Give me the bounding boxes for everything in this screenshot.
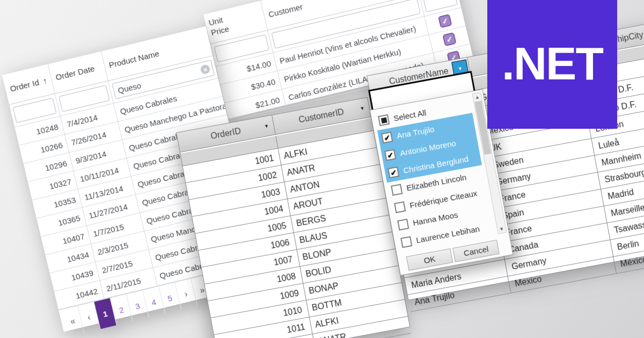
row-checkbox-checked-icon[interactable]: ✓ [442, 32, 457, 47]
filter-item-checkbox[interactable]: ✔ [397, 219, 409, 231]
row-checkbox-checked-icon[interactable]: ✓ [438, 14, 452, 28]
filter-item-checkbox[interactable]: ✔ [400, 236, 412, 248]
filter-item-checkbox[interactable]: ✔ [384, 149, 396, 161]
dotnet-logo: .NET [487, 0, 617, 129]
filter-item-checkbox[interactable]: ✔ [381, 131, 393, 143]
scroll-up-icon[interactable]: ▲ [473, 94, 482, 101]
filter-dropdown-icon[interactable]: ▼ [360, 105, 365, 111]
clear-filter-icon[interactable]: × [200, 64, 210, 75]
filter-item-checkbox[interactable]: ✔ [394, 201, 406, 213]
sort-ascending-icon: ↑ [42, 76, 48, 85]
dotnet-logo-text: .NET [502, 37, 603, 90]
scroll-down-icon[interactable]: ▼ [497, 226, 507, 233]
filter-item-label: Ana Trujilo [396, 124, 435, 141]
filter-dropdown-icon[interactable]: ▼ [264, 123, 269, 129]
filter-item-label: Select All [393, 108, 427, 123]
filter-item-checkbox[interactable]: ✔ [378, 114, 390, 126]
orders-rows: 1001 ALFKI 1002 ANATR 1003 ANTON 1004 AR… [183, 131, 411, 338]
filter-item-checkbox[interactable]: ✔ [387, 166, 399, 178]
filter-item-checkbox[interactable]: ✔ [391, 184, 402, 196]
